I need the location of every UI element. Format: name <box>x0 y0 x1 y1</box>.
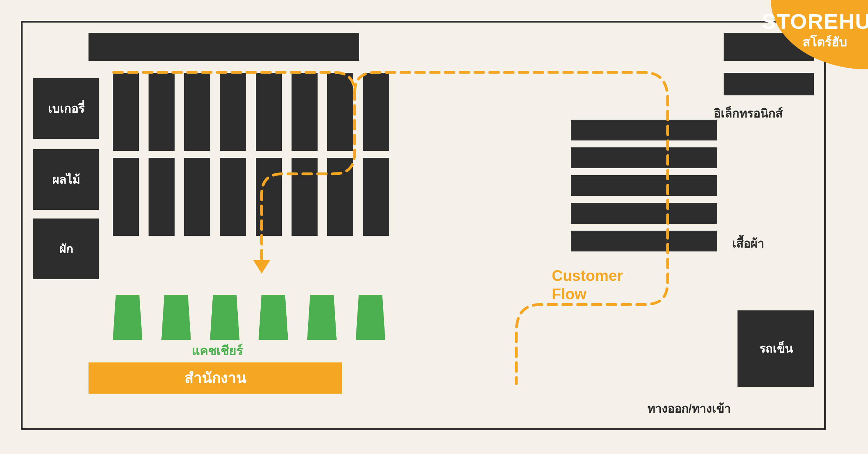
right-shelf-4 <box>571 203 717 224</box>
shelf-r2-6 <box>292 158 318 236</box>
cashier-3 <box>210 295 239 340</box>
cart-label: รถเข็น <box>759 339 793 358</box>
shelf-r1-5 <box>256 73 282 151</box>
shelf-r1-2 <box>149 73 175 151</box>
shelf-r2-2 <box>149 158 175 236</box>
cashier-5 <box>307 295 337 340</box>
logo-sub: สโตร์ฮับ <box>802 32 847 52</box>
cart-section: รถเข็น <box>738 310 814 387</box>
shelf-r1-7 <box>327 73 353 151</box>
flow-text: Flow <box>552 285 623 303</box>
veg-label: ผัก <box>59 240 73 258</box>
entrance-label: ทางออก/ทางเข้า <box>647 399 731 418</box>
shelf-r2-5 <box>256 158 282 236</box>
customer-text: Customer <box>552 267 623 285</box>
section-bakery: เบเกอรี่ <box>33 78 99 139</box>
floor-plan: เบเกอรี่ ผลไม้ ผัก <box>21 21 826 430</box>
section-vegetable: ผัก <box>33 219 99 279</box>
right-shelf-2 <box>571 147 717 168</box>
cashier-2 <box>161 295 191 340</box>
section-fruit: ผลไม้ <box>33 149 99 210</box>
svg-marker-0 <box>253 260 270 274</box>
shelf-r1-3 <box>184 73 210 151</box>
shelf-r1-8 <box>363 73 389 151</box>
bakery-label: เบเกอรี่ <box>48 99 84 118</box>
shelf-right-top2 <box>724 73 814 95</box>
shelf-r2-3 <box>184 158 210 236</box>
shelves-row2 <box>113 158 389 236</box>
shelf-r2-1 <box>113 158 139 236</box>
page-container: STOREHUB สโตร์ฮับ เบเกอรี่ ผลไม้ ผัก <box>0 0 868 454</box>
shelf-r1-1 <box>113 73 139 151</box>
shelves-row1 <box>113 73 389 151</box>
fruit-label: ผลไม้ <box>52 170 80 189</box>
office-section: สำนักงาน <box>89 362 342 394</box>
right-shelf-3 <box>571 175 717 196</box>
shelf-r2-8 <box>363 158 389 236</box>
shelf-r2-4 <box>220 158 246 236</box>
cashier-label: แคชเชียร์ <box>113 341 321 361</box>
office-label: สำนักงาน <box>184 367 246 389</box>
cashier-1 <box>113 295 142 340</box>
customer-flow-label: Customer Flow <box>552 267 623 303</box>
clothing-label: เสื้อผ้า <box>682 234 814 253</box>
right-shelf-1 <box>571 120 717 140</box>
cashiers-row <box>113 295 385 340</box>
shelf-r1-6 <box>292 73 318 151</box>
logo-main: STOREHUB <box>762 11 868 32</box>
right-shelves <box>571 120 717 251</box>
shelf-r2-7 <box>327 158 353 236</box>
shelf-top-long <box>89 33 359 61</box>
cashier-4 <box>259 295 288 340</box>
cashier-6 <box>356 295 385 340</box>
shelf-r1-4 <box>220 73 246 151</box>
